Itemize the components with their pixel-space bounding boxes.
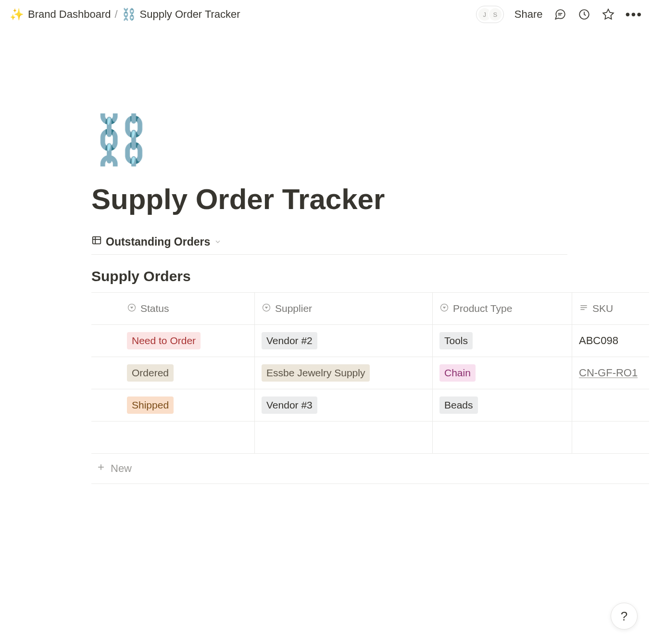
updates-icon[interactable]	[577, 8, 591, 21]
cell-sku[interactable]	[572, 389, 649, 421]
supplier-tag: Vendor #2	[262, 332, 317, 349]
table-header: Status Supplier Product Type SKU	[91, 293, 649, 325]
cell-supplier[interactable]: Essbe Jewelry Supply	[255, 357, 433, 389]
page-icon[interactable]: ⛓️	[91, 115, 577, 163]
select-property-icon	[439, 303, 449, 315]
view-tab-label: Outstanding Orders	[106, 235, 210, 248]
cell-status[interactable]: Ordered	[120, 357, 255, 389]
view-tab-active[interactable]: Outstanding Orders	[91, 235, 222, 248]
topbar: ✨ Brand Dashboard / ⛓️ Supply Order Trac…	[0, 0, 652, 29]
svg-marker-10	[265, 307, 268, 309]
new-row-button[interactable]: New	[91, 454, 649, 484]
svg-marker-8	[130, 307, 134, 309]
status-tag: Ordered	[127, 364, 174, 381]
svg-rect-4	[93, 237, 101, 244]
row-handle-column	[91, 293, 120, 324]
table-row[interactable]: Need to OrderVendor #2ToolsABC098	[91, 325, 649, 357]
cell-supplier[interactable]: Vendor #2	[255, 325, 433, 357]
page-title[interactable]: Supply Order Tracker	[91, 183, 577, 216]
cell-sku[interactable]: ABC098	[572, 325, 649, 357]
column-label: Product Type	[453, 303, 512, 314]
breadcrumb-parent[interactable]: Brand Dashboard	[28, 8, 111, 21]
table-row[interactable]: OrderedEssbe Jewelry SupplyChainCN-GF-RO…	[91, 357, 649, 389]
database-table: Status Supplier Product Type SKU	[91, 292, 649, 454]
topbar-right: J S Share •••	[476, 6, 642, 23]
table-row[interactable]: ShippedVendor #3Beads	[91, 389, 649, 421]
column-header-supplier[interactable]: Supplier	[255, 293, 433, 324]
column-header-product-type[interactable]: Product Type	[433, 293, 572, 324]
cell-sku[interactable]: CN-GF-RO1	[572, 357, 649, 389]
view-tabs: Outstanding Orders	[91, 235, 567, 255]
database-title[interactable]: Supply Orders	[91, 268, 577, 285]
product-type-tag: Beads	[439, 396, 478, 413]
cell-product-type[interactable]: Beads	[433, 389, 572, 421]
presence-group[interactable]: J S	[476, 6, 504, 23]
column-label: Status	[140, 303, 169, 314]
help-button[interactable]: ?	[611, 603, 638, 630]
breadcrumb-separator: /	[114, 8, 117, 21]
column-label: Supplier	[275, 303, 312, 314]
column-header-sku[interactable]: SKU	[572, 293, 649, 324]
status-tag: Need to Order	[127, 332, 201, 349]
cell-status[interactable]: Shipped	[120, 389, 255, 421]
svg-marker-12	[443, 307, 446, 309]
chevron-down-icon[interactable]	[214, 235, 222, 248]
cell-supplier[interactable]: Vendor #3	[255, 389, 433, 421]
select-property-icon	[262, 303, 271, 315]
comments-icon[interactable]	[553, 8, 567, 21]
product-type-tag: Chain	[439, 364, 476, 381]
breadcrumb-parent-icon: ✨	[10, 8, 24, 21]
sku-value: ABC098	[579, 334, 618, 347]
breadcrumb-page-icon: ⛓️	[122, 8, 136, 21]
select-property-icon	[127, 303, 137, 315]
breadcrumb-page[interactable]: Supply Order Tracker	[140, 8, 240, 21]
text-property-icon	[579, 303, 589, 315]
avatar[interactable]: S	[488, 7, 502, 22]
supplier-tag: Vendor #3	[262, 396, 317, 413]
sku-value: CN-GF-RO1	[579, 367, 638, 379]
status-tag: Shipped	[127, 396, 174, 413]
new-row-label: New	[111, 462, 132, 475]
more-icon[interactable]: •••	[626, 8, 642, 21]
column-header-status[interactable]: Status	[120, 293, 255, 324]
row-handle[interactable]	[91, 325, 120, 357]
cell-product-type[interactable]: Chain	[433, 357, 572, 389]
table-row-empty[interactable]	[91, 421, 649, 454]
cell-product-type[interactable]: Tools	[433, 325, 572, 357]
page-body: ⛓️ Supply Order Tracker Outstanding Orde…	[0, 29, 577, 484]
share-button[interactable]: Share	[514, 8, 543, 21]
product-type-tag: Tools	[439, 332, 473, 349]
column-label: SKU	[592, 303, 613, 314]
breadcrumb: ✨ Brand Dashboard / ⛓️ Supply Order Trac…	[10, 8, 472, 21]
supplier-tag: Essbe Jewelry Supply	[262, 364, 370, 381]
svg-marker-3	[603, 9, 614, 19]
cell-status[interactable]: Need to Order	[120, 325, 255, 357]
row-handle[interactable]	[91, 389, 120, 421]
table-view-icon	[91, 235, 102, 248]
row-handle[interactable]	[91, 357, 120, 389]
plus-icon	[96, 462, 106, 475]
favorite-icon[interactable]	[602, 8, 615, 21]
